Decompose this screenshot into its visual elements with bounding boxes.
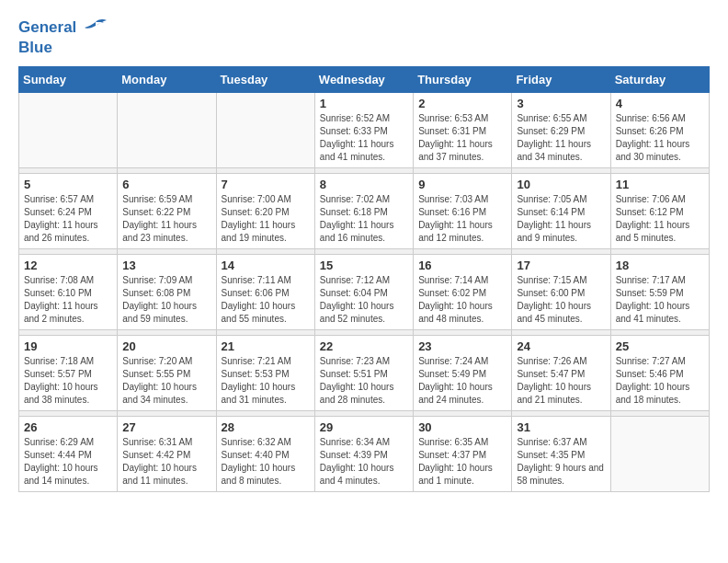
day-info: Sunrise: 6:56 AM Sunset: 6:26 PM Dayligh… <box>616 112 704 164</box>
day-info: Sunrise: 7:03 AM Sunset: 6:16 PM Dayligh… <box>418 193 506 245</box>
calendar-cell: 27Sunrise: 6:31 AM Sunset: 4:42 PM Dayli… <box>118 417 216 492</box>
day-info: Sunrise: 7:06 AM Sunset: 6:12 PM Dayligh… <box>616 193 704 245</box>
calendar-cell: 11Sunrise: 7:06 AM Sunset: 6:12 PM Dayli… <box>610 174 709 249</box>
day-info: Sunrise: 6:34 AM Sunset: 4:39 PM Dayligh… <box>320 436 408 488</box>
calendar-cell: 31Sunrise: 6:37 AM Sunset: 4:35 PM Dayli… <box>512 417 610 492</box>
weekday-header-saturday: Saturday <box>610 67 709 93</box>
page-header: General Blue <box>18 18 710 57</box>
day-info: Sunrise: 6:32 AM Sunset: 4:40 PM Dayligh… <box>222 436 310 488</box>
calendar-cell: 8Sunrise: 7:02 AM Sunset: 6:18 PM Daylig… <box>314 174 413 249</box>
day-number: 27 <box>122 420 210 434</box>
calendar-cell: 3Sunrise: 6:55 AM Sunset: 6:29 PM Daylig… <box>512 93 610 168</box>
calendar-cell: 20Sunrise: 7:20 AM Sunset: 5:55 PM Dayli… <box>118 336 216 411</box>
day-info: Sunrise: 7:11 AM Sunset: 6:06 PM Dayligh… <box>222 274 310 326</box>
day-number: 12 <box>24 259 112 272</box>
logo-bird-icon <box>83 18 108 39</box>
day-info: Sunrise: 6:55 AM Sunset: 6:29 PM Dayligh… <box>517 112 605 164</box>
day-number: 28 <box>222 420 310 434</box>
logo-text: General <box>18 18 108 39</box>
calendar-cell <box>118 93 216 168</box>
day-info: Sunrise: 6:53 AM Sunset: 6:31 PM Dayligh… <box>418 112 506 164</box>
day-info: Sunrise: 7:05 AM Sunset: 6:14 PM Dayligh… <box>517 193 605 245</box>
weekday-header-friday: Friday <box>512 67 610 93</box>
weekday-header-thursday: Thursday <box>414 67 512 93</box>
day-info: Sunrise: 7:23 AM Sunset: 5:51 PM Dayligh… <box>320 355 408 407</box>
day-number: 1 <box>320 97 408 110</box>
day-number: 2 <box>418 97 506 110</box>
calendar-cell <box>19 93 118 168</box>
calendar-cell: 17Sunrise: 7:15 AM Sunset: 6:00 PM Dayli… <box>512 255 610 330</box>
calendar-table: SundayMondayTuesdayWednesdayThursdayFrid… <box>18 66 710 492</box>
day-info: Sunrise: 6:31 AM Sunset: 4:42 PM Dayligh… <box>122 436 210 488</box>
calendar-cell: 14Sunrise: 7:11 AM Sunset: 6:06 PM Dayli… <box>216 255 314 330</box>
calendar-cell: 25Sunrise: 7:27 AM Sunset: 5:46 PM Dayli… <box>610 336 709 411</box>
week-row-4: 19Sunrise: 7:18 AM Sunset: 5:57 PM Dayli… <box>19 336 710 411</box>
day-number: 26 <box>24 420 112 434</box>
day-number: 15 <box>320 259 408 272</box>
logo-blue: Blue <box>18 39 108 57</box>
day-info: Sunrise: 6:37 AM Sunset: 4:35 PM Dayligh… <box>517 436 605 488</box>
day-number: 9 <box>418 178 506 191</box>
weekday-header-sunday: Sunday <box>19 67 118 93</box>
calendar-cell: 30Sunrise: 6:35 AM Sunset: 4:37 PM Dayli… <box>414 417 512 492</box>
day-number: 7 <box>222 178 310 191</box>
calendar-cell: 7Sunrise: 7:00 AM Sunset: 6:20 PM Daylig… <box>216 174 314 249</box>
day-number: 30 <box>418 420 506 434</box>
calendar-cell: 22Sunrise: 7:23 AM Sunset: 5:51 PM Dayli… <box>314 336 413 411</box>
day-info: Sunrise: 6:59 AM Sunset: 6:22 PM Dayligh… <box>122 193 210 245</box>
day-info: Sunrise: 7:00 AM Sunset: 6:20 PM Dayligh… <box>222 193 310 245</box>
calendar-cell: 9Sunrise: 7:03 AM Sunset: 6:16 PM Daylig… <box>414 174 512 249</box>
calendar-cell: 18Sunrise: 7:17 AM Sunset: 5:59 PM Dayli… <box>610 255 709 330</box>
day-info: Sunrise: 7:02 AM Sunset: 6:18 PM Dayligh… <box>320 193 408 245</box>
day-info: Sunrise: 7:21 AM Sunset: 5:53 PM Dayligh… <box>222 355 310 407</box>
day-info: Sunrise: 7:08 AM Sunset: 6:10 PM Dayligh… <box>24 274 112 326</box>
week-row-2: 5Sunrise: 6:57 AM Sunset: 6:24 PM Daylig… <box>19 174 710 249</box>
day-info: Sunrise: 6:57 AM Sunset: 6:24 PM Dayligh… <box>24 193 112 245</box>
logo: General Blue <box>18 18 108 57</box>
day-info: Sunrise: 7:15 AM Sunset: 6:00 PM Dayligh… <box>517 274 605 326</box>
day-number: 4 <box>616 97 704 110</box>
day-info: Sunrise: 7:27 AM Sunset: 5:46 PM Dayligh… <box>616 355 704 407</box>
calendar-cell: 23Sunrise: 7:24 AM Sunset: 5:49 PM Dayli… <box>414 336 512 411</box>
day-number: 10 <box>517 178 605 191</box>
calendar-cell <box>216 93 314 168</box>
calendar-cell: 6Sunrise: 6:59 AM Sunset: 6:22 PM Daylig… <box>118 174 216 249</box>
calendar-cell: 15Sunrise: 7:12 AM Sunset: 6:04 PM Dayli… <box>314 255 413 330</box>
day-info: Sunrise: 7:17 AM Sunset: 5:59 PM Dayligh… <box>616 274 704 326</box>
calendar-cell: 16Sunrise: 7:14 AM Sunset: 6:02 PM Dayli… <box>414 255 512 330</box>
day-info: Sunrise: 6:35 AM Sunset: 4:37 PM Dayligh… <box>418 436 506 488</box>
calendar-cell: 1Sunrise: 6:52 AM Sunset: 6:33 PM Daylig… <box>314 93 413 168</box>
day-info: Sunrise: 7:18 AM Sunset: 5:57 PM Dayligh… <box>24 355 112 407</box>
day-number: 20 <box>122 339 210 353</box>
day-info: Sunrise: 6:29 AM Sunset: 4:44 PM Dayligh… <box>24 436 112 488</box>
day-number: 19 <box>24 339 112 353</box>
week-row-3: 12Sunrise: 7:08 AM Sunset: 6:10 PM Dayli… <box>19 255 710 330</box>
day-info: Sunrise: 7:20 AM Sunset: 5:55 PM Dayligh… <box>122 355 210 407</box>
day-info: Sunrise: 7:12 AM Sunset: 6:04 PM Dayligh… <box>320 274 408 326</box>
day-number: 18 <box>616 259 704 272</box>
day-number: 13 <box>122 259 210 272</box>
day-number: 23 <box>418 339 506 353</box>
day-number: 22 <box>320 339 408 353</box>
calendar-cell: 12Sunrise: 7:08 AM Sunset: 6:10 PM Dayli… <box>19 255 118 330</box>
day-number: 21 <box>222 339 310 353</box>
calendar-cell: 19Sunrise: 7:18 AM Sunset: 5:57 PM Dayli… <box>19 336 118 411</box>
calendar-cell: 24Sunrise: 7:26 AM Sunset: 5:47 PM Dayli… <box>512 336 610 411</box>
day-number: 8 <box>320 178 408 191</box>
calendar-cell: 21Sunrise: 7:21 AM Sunset: 5:53 PM Dayli… <box>216 336 314 411</box>
day-number: 16 <box>418 259 506 272</box>
calendar-cell: 29Sunrise: 6:34 AM Sunset: 4:39 PM Dayli… <box>314 417 413 492</box>
calendar-cell: 13Sunrise: 7:09 AM Sunset: 6:08 PM Dayli… <box>118 255 216 330</box>
week-row-1: 1Sunrise: 6:52 AM Sunset: 6:33 PM Daylig… <box>19 93 710 168</box>
weekday-header-wednesday: Wednesday <box>314 67 413 93</box>
day-info: Sunrise: 7:09 AM Sunset: 6:08 PM Dayligh… <box>122 274 210 326</box>
day-info: Sunrise: 7:14 AM Sunset: 6:02 PM Dayligh… <box>418 274 506 326</box>
day-number: 25 <box>616 339 704 353</box>
week-row-5: 26Sunrise: 6:29 AM Sunset: 4:44 PM Dayli… <box>19 417 710 492</box>
calendar-cell: 26Sunrise: 6:29 AM Sunset: 4:44 PM Dayli… <box>19 417 118 492</box>
calendar-cell: 10Sunrise: 7:05 AM Sunset: 6:14 PM Dayli… <box>512 174 610 249</box>
day-number: 24 <box>517 339 605 353</box>
calendar-cell: 2Sunrise: 6:53 AM Sunset: 6:31 PM Daylig… <box>414 93 512 168</box>
calendar-cell: 28Sunrise: 6:32 AM Sunset: 4:40 PM Dayli… <box>216 417 314 492</box>
day-info: Sunrise: 7:24 AM Sunset: 5:49 PM Dayligh… <box>418 355 506 407</box>
